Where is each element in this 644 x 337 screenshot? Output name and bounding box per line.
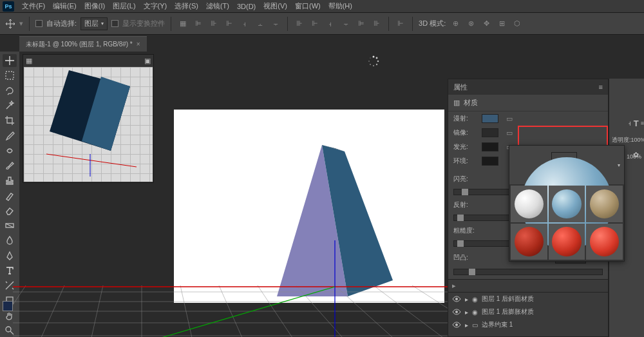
layer-item[interactable]: ▸▭ 边界约束 1 — [448, 318, 608, 331]
workspace: ▦▣ 属 — [19, 52, 644, 337]
close-icon[interactable]: × — [137, 41, 140, 48]
distribute-icon[interactable]: ⫟ — [340, 18, 352, 30]
close-icon[interactable]: ▣ — [144, 57, 151, 65]
layer-label: 图层 1 后膨胀材质 — [482, 307, 534, 316]
menu-3d[interactable]: 3D(D) — [237, 3, 256, 10]
show-transform-checkbox[interactable] — [111, 20, 118, 27]
menu-text[interactable]: 文字(Y) — [144, 1, 167, 11]
layer-item[interactable]: ▸◉ 图层 1 后斜面材质 — [448, 293, 608, 305]
gradient-tool[interactable] — [3, 219, 17, 232]
diffuse-label: 漫射: — [453, 114, 477, 123]
eyedrop-tool[interactable] — [3, 129, 17, 142]
shine-label: 闪亮: — [453, 175, 477, 184]
navigator-panel[interactable]: ▦▣ — [23, 54, 154, 183]
layer-opacity-value[interactable]: 100% — [631, 137, 644, 143]
menu-filter[interactable]: 滤镜(T) — [206, 1, 229, 11]
align-icon[interactable]: ⫠ — [254, 18, 266, 30]
distribute-icon[interactable]: ⊩ — [395, 18, 406, 30]
grid-icon[interactable]: ▦ — [26, 57, 32, 65]
diffuse-swatch[interactable] — [482, 114, 498, 123]
menu-image[interactable]: 图像(I) — [84, 1, 105, 11]
align-icon[interactable]: ⊫ — [193, 18, 204, 30]
3d-pan-icon[interactable]: ✥ — [480, 18, 492, 30]
distribute-icon[interactable]: ⊪ — [371, 18, 383, 30]
layer-item[interactable]: ▸◉ 图层 1 后膨胀材质 — [448, 305, 608, 318]
selected-material-preview[interactable] — [551, 152, 577, 178]
3d-orbit-icon[interactable]: ⊕ — [450, 18, 461, 30]
menu-edit[interactable]: 编辑(E) — [53, 1, 77, 11]
move-tool-icon[interactable] — [5, 19, 15, 29]
align-icon[interactable]: ⫟ — [270, 18, 281, 30]
panel-subtitle: 材质 — [464, 98, 478, 108]
reflect-label: 反射: — [453, 200, 477, 209]
menu-layer[interactable]: 图层(L) — [113, 1, 135, 11]
svg-point-38 — [455, 298, 458, 300]
options-bar: ▾ 自动选择: 图层▾ 显示变换控件 ▦ ⊫ ⊪ ⊩ ⫞ ⫠ ⫟ ⊪ ⊩ ⫞ ⫟… — [0, 13, 644, 35]
material-option[interactable] — [549, 186, 585, 222]
material-option[interactable] — [586, 224, 623, 260]
material-option[interactable] — [549, 224, 585, 260]
auto-select-dropdown[interactable]: 图层▾ — [80, 17, 108, 30]
menu-file[interactable]: 文件(F) — [22, 1, 45, 11]
distribute-icon[interactable]: ⊫ — [355, 18, 367, 30]
distribute-icon[interactable]: ⊪ — [294, 18, 305, 30]
visibility-icon[interactable] — [452, 307, 461, 316]
specular-label: 镜像: — [453, 128, 477, 137]
svg-point-39 — [455, 311, 458, 313]
settings-icon[interactable]: ✿. — [633, 151, 641, 159]
menu-view[interactable]: 视图(V) — [263, 1, 287, 11]
panel-menu-icon[interactable]: ≡ — [599, 83, 603, 91]
3d-scale-icon[interactable]: ⬡ — [511, 18, 523, 30]
layers-list: ▸ ▸◉ 图层 1 后斜面材质 ▸◉ 图层 1 后膨胀材质 ▸▭ 边界约束 1 — [448, 279, 609, 337]
svg-point-15 — [373, 65, 374, 66]
dropdown-icon[interactable]: ▾ — [618, 162, 620, 168]
ambient-swatch[interactable] — [482, 157, 498, 166]
folder-icon[interactable]: ▭ — [504, 128, 515, 137]
distribute-icon[interactable]: ⫞ — [325, 18, 336, 30]
menu-select[interactable]: 选择(S) — [175, 1, 198, 11]
history-brush-tool[interactable] — [3, 189, 17, 202]
show-transform-label: 显示变换控件 — [122, 19, 165, 28]
tab-title: 未标题-1 @ 100% (图层 1, RGB/8#) * — [26, 40, 133, 49]
brush-tool[interactable] — [3, 159, 17, 172]
document-tab[interactable]: 未标题-1 @ 100% (图层 1, RGB/8#) * × — [19, 36, 147, 52]
align-icon[interactable]: ⊪ — [208, 18, 220, 30]
material-option[interactable] — [511, 186, 547, 222]
stamp-tool[interactable] — [3, 174, 17, 187]
wand-tool[interactable] — [3, 99, 17, 112]
auto-select-checkbox[interactable] — [35, 20, 43, 27]
auto-select-label: 自动选择: — [46, 19, 77, 28]
visibility-icon[interactable] — [452, 294, 461, 303]
bump-slider[interactable] — [453, 269, 603, 275]
menu-help[interactable]: 帮助(H) — [328, 1, 352, 11]
svg-point-11 — [373, 56, 375, 58]
heal-tool[interactable] — [3, 144, 17, 157]
material-thumb-icon: ◉ — [472, 296, 478, 303]
glow-swatch[interactable] — [482, 142, 498, 151]
align-icon[interactable]: ⫞ — [239, 18, 251, 30]
crop-tool[interactable] — [3, 114, 17, 127]
svg-point-12 — [376, 57, 378, 59]
3d-orbit-icon[interactable]: ⊗ — [465, 18, 477, 30]
specular-swatch[interactable] — [482, 128, 498, 137]
marquee-tool[interactable] — [3, 69, 17, 82]
material-thumb-icon: ◉ — [472, 309, 478, 316]
move-tool[interactable] — [3, 54, 17, 67]
lasso-tool[interactable] — [3, 84, 17, 97]
constraint-icon: ▭ — [472, 322, 478, 329]
folder-icon[interactable]: ▭ — [504, 114, 515, 123]
align-icon[interactable]: ▦ — [177, 18, 189, 30]
ground-grid — [13, 240, 477, 337]
3d-slide-icon[interactable]: ⊞ — [496, 18, 507, 30]
align-icon[interactable]: ⊩ — [223, 18, 235, 30]
svg-point-18 — [370, 57, 371, 59]
material-option[interactable] — [586, 186, 623, 222]
eraser-tool[interactable] — [3, 204, 17, 217]
menu-window[interactable]: 窗口(W) — [295, 1, 321, 11]
layer-opacity-label: 透明度: — [612, 136, 631, 144]
distribute-icon[interactable]: ⊩ — [309, 18, 321, 30]
foreground-swatch[interactable] — [3, 301, 13, 311]
visibility-icon[interactable] — [452, 320, 461, 329]
app-icon: Ps — [3, 1, 14, 12]
material-option[interactable] — [511, 224, 547, 260]
